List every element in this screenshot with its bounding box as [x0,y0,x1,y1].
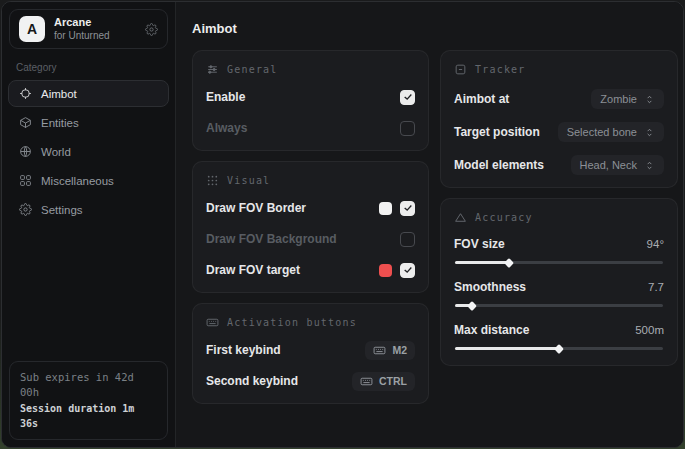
sidebar-item-label: Entities [41,117,79,129]
always-checkbox[interactable] [400,121,415,136]
fov-border-color-swatch[interactable] [379,202,392,215]
app-window: A Arcane for Unturned Category Aimbot En… [1,1,684,448]
gear-icon[interactable] [145,23,158,36]
keyboard-icon [206,316,219,329]
chevron-up-down-icon [644,160,655,171]
tracker-card: Tracker Aimbot at Zombie Target position… [440,50,678,188]
setting-row-first-keybind: First keybind M2 [206,340,415,360]
activation-card: Activation buttons First keybind M2 Seco… [192,303,429,404]
visual-card: Visual Draw FOV Border Draw FOV Backgrou… [192,161,429,293]
sidebar-item-label: Miscellaneous [41,175,114,187]
sidebar-nav: Aimbot Entities World Miscellaneous Sett… [2,80,175,223]
setting-row-model-elements: Model elements Head, Neck [454,155,664,175]
aimbot-at-dropdown[interactable]: Zombie [591,89,664,109]
fov-size-value: 94° [647,238,664,250]
setting-row-target-position: Target position Selected bone [454,122,664,142]
triangle-icon [454,211,467,224]
fov-size-group: FOV size 94° [454,237,664,267]
second-keybind-button[interactable]: CTRL [352,372,415,391]
keyboard-icon [360,375,373,388]
slider-thumb[interactable] [467,301,477,311]
keybind-value: CTRL [379,375,407,387]
setting-row-second-keybind: Second keybind CTRL [206,371,415,391]
dropdown-value: Head, Neck [580,159,637,171]
setting-row-fov-background: Draw FOV Background [206,229,415,249]
sidebar-item-entities[interactable]: Entities [8,109,169,136]
sidebar-item-world[interactable]: World [8,138,169,165]
sidebar-item-aimbot[interactable]: Aimbot [8,80,169,107]
sidebar-item-miscellaneous[interactable]: Miscellaneous [8,167,169,194]
max-distance-group: Max distance 500m [454,323,664,353]
sidebar-item-label: Settings [41,204,83,216]
sidebar: A Arcane for Unturned Category Aimbot En… [2,2,176,447]
app-name: Arcane [54,16,110,30]
dropdown-value: Zombie [600,93,637,105]
general-card: General Enable Always [192,50,429,151]
fov-size-slider[interactable] [455,261,663,264]
target-position-dropdown[interactable]: Selected bone [558,122,664,142]
max-distance-slider[interactable] [455,347,663,350]
fov-target-color-swatch[interactable] [379,264,392,277]
sidebar-item-label: Aimbot [41,88,77,100]
section-title: Accuracy [475,212,533,223]
setting-row-aimbot-at: Aimbot at Zombie [454,89,664,109]
section-title: Visual [227,175,270,186]
accuracy-card: Accuracy FOV size 94° [440,198,678,366]
chevron-up-down-icon [644,94,655,105]
entities-icon [19,116,32,129]
slider-thumb[interactable] [554,344,564,354]
section-title: Tracker [475,64,526,75]
setting-row-enable: Enable [206,87,415,107]
setting-row-always: Always [206,118,415,138]
enable-checkbox[interactable] [400,90,415,105]
model-elements-dropdown[interactable]: Head, Neck [571,155,664,175]
setting-row-fov-border: Draw FOV Border [206,198,415,218]
dropdown-value: Selected bone [567,126,637,138]
first-keybind-button[interactable]: M2 [365,341,415,360]
app-header: A Arcane for Unturned [9,9,168,49]
fov-target-checkbox[interactable] [400,263,415,278]
app-logo: A [19,16,45,42]
sidebar-item-settings[interactable]: Settings [8,196,169,223]
setting-row-fov-target: Draw FOV target [206,260,415,280]
smoothness-value: 7.7 [648,281,664,293]
section-title: General [227,64,278,75]
subscription-info: Sub expires in 42d 00h Session duration … [9,361,168,441]
keyboard-icon [373,344,386,357]
scan-box-icon [454,63,467,76]
sliders-icon [206,63,219,76]
dots-grid-icon [206,174,219,187]
settings-gear-icon [19,203,32,216]
main-panel: Aimbot General Enable Always [176,2,683,447]
sidebar-item-label: World [41,146,71,158]
max-distance-value: 500m [635,324,664,336]
category-label: Category [16,62,175,73]
keybind-value: M2 [392,344,407,356]
logo-letter: A [27,21,37,37]
crosshair-icon [19,87,32,100]
fov-border-checkbox[interactable] [400,201,415,216]
slider-thumb[interactable] [504,258,514,268]
section-title: Activation buttons [227,317,357,328]
chevron-up-down-icon [644,127,655,138]
smoothness-group: Smoothness 7.7 [454,280,664,310]
fov-background-checkbox[interactable] [400,232,415,247]
page-title: Aimbot [192,21,670,36]
smoothness-slider[interactable] [455,304,663,307]
grid-icon [19,174,32,187]
sub-expires-text: Sub expires in 42d 00h [20,370,157,402]
app-subtitle: for Unturned [54,30,110,43]
globe-icon [19,145,32,158]
session-duration-text: Session duration 1m 36s [20,401,157,431]
